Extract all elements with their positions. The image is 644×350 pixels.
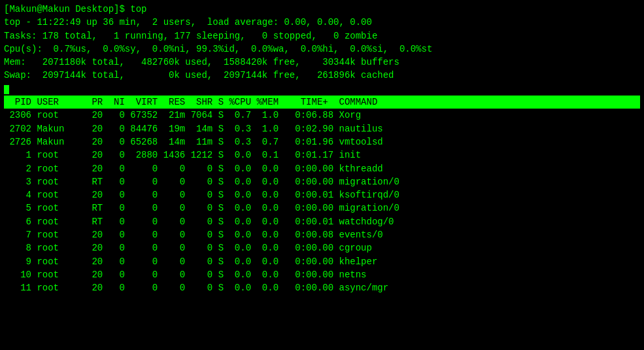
table-row: 2726 Makun 20 0 65268 14m 11m S 0.3 0.7 … [4,135,640,149]
table-row: 2306 root 20 0 67352 21m 7064 S 0.7 1.0 … [4,109,640,122]
cursor-line [4,82,640,96]
prompt-line: [Makun@Makun Desktop]$ top [4,3,640,16]
terminal-window: [Makun@Makun Desktop]$ top top - 11:22:4… [0,0,644,350]
process-list: 2306 root 20 0 67352 21m 7064 S 0.7 1.0 … [4,109,640,294]
table-row: 5 root RT 0 0 0 0 S 0.0 0.0 0:00.00 migr… [4,201,640,215]
top-time-line: top - 11:22:49 up 36 min, 2 users, load … [4,16,640,29]
table-row: 9 root 20 0 0 0 0 S 0.0 0.0 0:00.00 khel… [4,255,640,268]
mem-line: Mem: 2071180k total, 482760k used, 15884… [4,56,640,69]
table-row: 2 root 20 0 0 0 0 S 0.0 0.0 0:00.00 kthr… [4,162,640,175]
table-row: 10 root 20 0 0 0 0 S 0.0 0.0 0:00.00 net… [4,268,640,281]
table-row: 11 root 20 0 0 0 0 S 0.0 0.0 0:00.00 asy… [4,281,640,294]
table-row: 7 root 20 0 0 0 0 S 0.0 0.0 0:00.08 even… [4,228,640,241]
table-row: 3 root RT 0 0 0 0 S 0.0 0.0 0:00.00 migr… [4,175,640,188]
table-row: 4 root 20 0 0 0 0 S 0.0 0.0 0:00.01 ksof… [4,188,640,201]
table-row: 8 root 20 0 0 0 0 S 0.0 0.0 0:00.00 cgro… [4,241,640,254]
table-row: 6 root RT 0 0 0 0 S 0.0 0.0 0:00.01 watc… [4,215,640,228]
process-header: PID USER PR NI VIRT RES SHR S %CPU %MEM … [4,96,640,109]
cursor [4,85,9,94]
cpu-line: Cpu(s): 0.7%us, 0.0%sy, 0.0%ni, 99.3%id,… [4,43,640,56]
swap-line: Swap: 2097144k total, 0k used, 2097144k … [4,69,640,82]
table-row: 2702 Makun 20 0 84476 19m 14m S 0.3 1.0 … [4,122,640,135]
table-row: 1 root 20 0 2880 1436 1212 S 0.0 0.1 0:0… [4,149,640,162]
tasks-line: Tasks: 178 total, 1 running, 177 sleepin… [4,29,640,43]
